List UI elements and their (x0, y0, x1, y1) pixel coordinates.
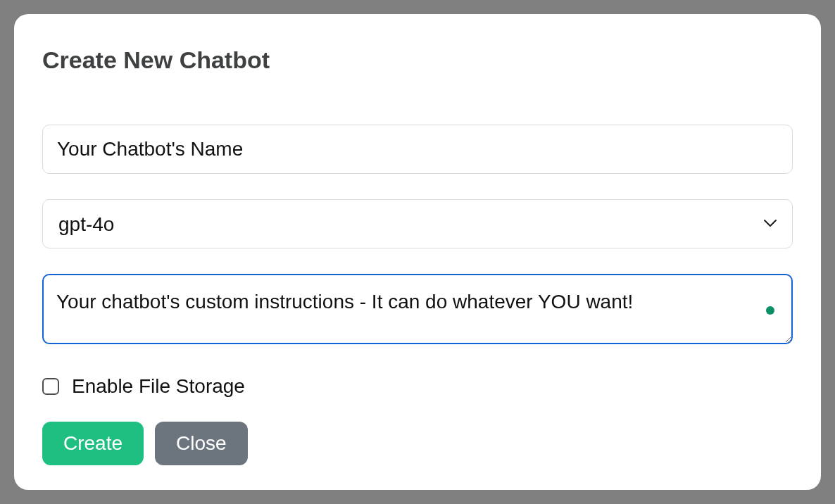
file-storage-label[interactable]: Enable File Storage (72, 375, 245, 398)
instructions-wrap (42, 274, 793, 347)
chatbot-name-input[interactable] (42, 125, 793, 174)
status-dot-icon (766, 306, 774, 315)
modal-button-row: Create Close (42, 422, 793, 465)
create-chatbot-modal: Create New Chatbot gpt-4o (14, 14, 821, 490)
model-select[interactable]: gpt-4o (42, 199, 793, 248)
instructions-textarea[interactable] (42, 274, 793, 344)
model-select-wrap: gpt-4o (42, 199, 793, 248)
create-button[interactable]: Create (42, 422, 144, 465)
modal-title: Create New Chatbot (42, 46, 793, 74)
name-field-group (42, 125, 793, 174)
close-button[interactable]: Close (155, 422, 248, 465)
instructions-field-group (42, 274, 793, 347)
modal-backdrop: Create New Chatbot gpt-4o (0, 0, 835, 504)
file-storage-checkbox[interactable] (42, 378, 59, 395)
file-storage-row: Enable File Storage (42, 375, 793, 398)
model-field-group: gpt-4o (42, 199, 793, 248)
